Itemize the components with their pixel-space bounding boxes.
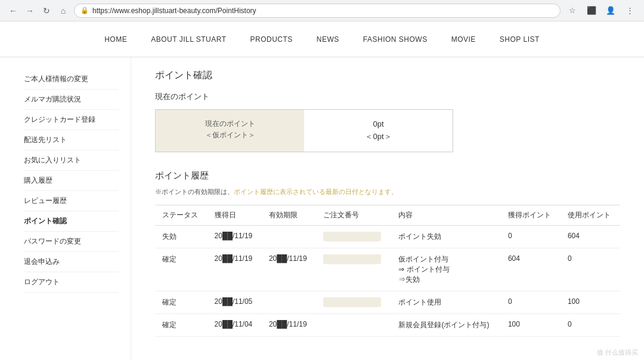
cell-status: 確定 (155, 291, 208, 313)
watermark: 值 什么值得买 (597, 348, 638, 357)
masked-order-number: ██████████ (323, 254, 381, 264)
points-box: 現在のポイント ＜仮ポイント＞ 0pt ＜0pt＞ (155, 109, 453, 152)
cell-used: 100 (561, 291, 620, 313)
history-table: ステータス 獲得日 有効期限 ご注文番号 内容 獲得ポイント 使用ポイント 失効… (155, 205, 620, 337)
sidebar-favorites[interactable]: お気に入りリスト (24, 150, 119, 171)
col-status: ステータス (155, 205, 208, 225)
table-header-row: ステータス 獲得日 有効期限 ご注文番号 内容 獲得ポイント 使用ポイント (155, 205, 620, 225)
note-link[interactable]: ポイント履歴に表示されている最新の日付となります。 (234, 188, 398, 195)
col-earned: 獲得ポイント (501, 205, 561, 225)
browser-icons: ☆ ⬛ 👤 ⋮ (565, 4, 637, 18)
sidebar-review[interactable]: レビュー履歴 (24, 191, 119, 211)
col-content: 内容 (391, 205, 500, 225)
points-box-left: 現在のポイント ＜仮ポイント＞ (156, 110, 304, 152)
sidebar-withdraw[interactable]: 退会申込み (24, 252, 119, 272)
cell-expiry: 20██/11/19 (262, 313, 316, 336)
cell-used: 0 (561, 313, 620, 336)
cell-status: 失効 (155, 225, 208, 248)
cell-acquired: 20██/11/19 (208, 225, 262, 248)
table-row: 確定20██/11/0420██/11/19新規会員登録(ポイント付与)1000 (155, 313, 620, 336)
cell-acquired: 20██/11/05 (208, 291, 262, 313)
url-text: https://www.eshop.jillstuart-beauty.com/… (92, 7, 256, 15)
masked-order-number: ██████████ (323, 232, 381, 241)
sidebar: ご本人様情報の変更 メルマガ購読状況 クレジットカード登録 配送先リスト お気に… (0, 57, 131, 361)
cell-used: 604 (561, 225, 620, 248)
cell-content: 仮ポイント付与 ⇒ ポイント付与 ⇒失効 (391, 248, 500, 291)
nav-about[interactable]: ABOUT JILL STUART (151, 33, 226, 46)
points-box-left-line1: 現在のポイント (168, 118, 292, 130)
nav-products[interactable]: PRODUCTS (250, 33, 292, 46)
cell-earned: 100 (501, 313, 561, 336)
cell-earned: 604 (501, 248, 561, 291)
masked-order-number: ██████████ (323, 297, 381, 307)
nav-movie[interactable]: MOVIE (451, 33, 476, 46)
history-title: ポイント履歴 (155, 170, 620, 182)
star-button[interactable]: ☆ (565, 4, 580, 18)
back-button[interactable]: ← (7, 5, 19, 17)
cell-acquired: 20██/11/19 (208, 248, 262, 291)
cell-order: ██████████ (316, 248, 391, 291)
col-acquired: 獲得日 (208, 205, 262, 225)
cell-content: ポイント使用 (391, 291, 500, 313)
cell-acquired: 20██/11/04 (208, 313, 262, 336)
current-points-label: 現在のポイント (155, 91, 620, 102)
cell-earned: 0 (501, 291, 561, 313)
points-box-left-line2: ＜仮ポイント＞ (168, 130, 292, 141)
cell-order: ██████████ (316, 225, 391, 248)
page-title: ポイント確認 (155, 69, 620, 82)
col-used: 使用ポイント (561, 205, 620, 225)
nav-fashion[interactable]: FASHION SHOWS (363, 33, 428, 46)
sidebar-credit[interactable]: クレジットカード登録 (24, 110, 119, 130)
points-box-right: 0pt ＜0pt＞ (304, 110, 453, 152)
top-nav: HOME ABOUT JILL STUART PRODUCTS NEWS FAS… (0, 21, 644, 57)
forward-button[interactable]: → (24, 5, 36, 17)
sidebar-points[interactable]: ポイント確認 (24, 211, 119, 232)
col-order: ご注文番号 (316, 205, 391, 225)
home-button[interactable]: ⌂ (57, 5, 69, 17)
reload-button[interactable]: ↻ (41, 5, 52, 17)
cell-used: 0 (561, 248, 620, 291)
sidebar-newsletter[interactable]: メルマガ購読状況 (24, 90, 119, 110)
history-note: ※ポイントの有効期限は、ポイント履歴に表示されている最新の日付となります。 (155, 187, 620, 196)
nav-news[interactable]: NEWS (317, 33, 339, 46)
table-row: 確定20██/11/1920██/11/19██████████仮ポイント付与 … (155, 248, 620, 291)
main-layout: ご本人様情報の変更 メルマガ購読状況 クレジットカード登録 配送先リスト お気に… (0, 57, 644, 361)
account-button[interactable]: 👤 (603, 4, 618, 18)
cell-status: 確定 (155, 248, 208, 291)
address-bar[interactable]: 🔒 https://www.eshop.jillstuart-beauty.co… (74, 4, 561, 18)
nav-home[interactable]: HOME (104, 33, 127, 46)
cell-status: 確定 (155, 313, 208, 336)
lock-icon: 🔒 (80, 7, 89, 14)
cell-order: ██████████ (316, 291, 391, 313)
sidebar-password[interactable]: パスワードの変更 (24, 232, 119, 252)
sidebar-address[interactable]: 配送先リスト (24, 130, 119, 150)
cell-expiry: 20██/11/19 (262, 248, 316, 291)
points-box-right-line1: 0pt (316, 118, 441, 131)
col-expiry: 有効期限 (262, 205, 316, 225)
cell-content: ポイント失効 (391, 225, 500, 248)
sidebar-profile[interactable]: ご本人様情報の変更 (24, 69, 119, 90)
cell-expiry (262, 291, 316, 313)
main-content: ポイント確認 現在のポイント 現在のポイント ＜仮ポイント＞ 0pt ＜0pt＞… (131, 57, 644, 361)
sidebar-logout[interactable]: ログアウト (24, 272, 119, 293)
points-box-right-line2: ＜0pt＞ (316, 131, 441, 143)
table-row: 失効20██/11/19██████████ポイント失効0604 (155, 225, 620, 248)
note-prefix: ※ポイントの有効期限は、 (155, 188, 234, 195)
cell-expiry (262, 225, 316, 248)
browser-bar: ← → ↻ ⌂ 🔒 https://www.eshop.jillstuart-b… (0, 0, 644, 21)
menu-button[interactable]: ⋮ (623, 4, 637, 18)
nav-shoplist[interactable]: SHOP LIST (500, 33, 540, 46)
extension-button[interactable]: ⬛ (584, 4, 599, 18)
cell-order (316, 313, 391, 336)
sidebar-purchase[interactable]: 購入履歴 (24, 171, 119, 191)
cell-earned: 0 (501, 225, 561, 248)
table-row: 確定20██/11/05██████████ポイント使用0100 (155, 291, 620, 313)
cell-content: 新規会員登録(ポイント付与) (391, 313, 500, 336)
